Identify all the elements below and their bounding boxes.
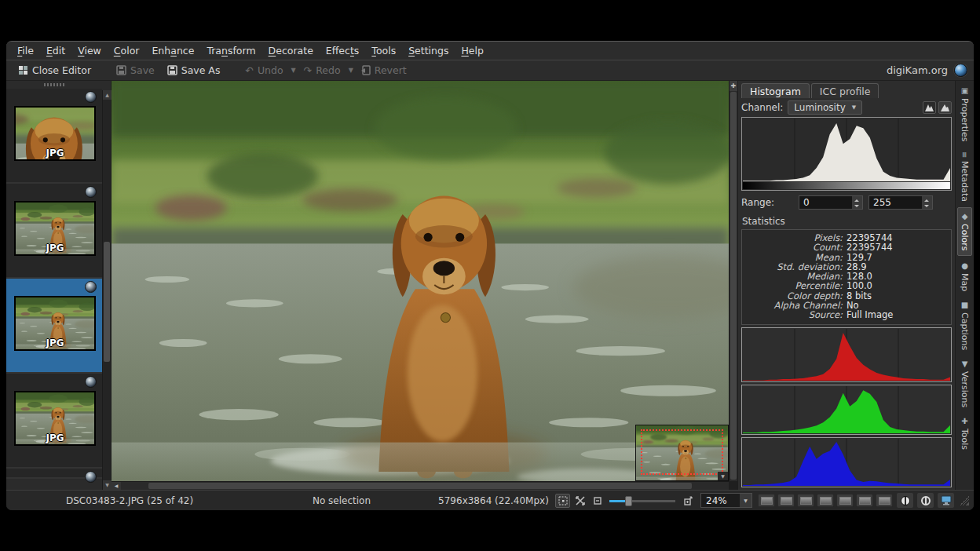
spinbox-arrows-icon[interactable]: [852, 196, 862, 209]
undo-history-arrow[interactable]: ▼: [291, 67, 297, 74]
redo-history-arrow[interactable]: ▼: [348, 67, 354, 74]
sidebar-scrollbar[interactable]: ▲ ▼: [102, 90, 111, 490]
green-channel-histogram: [741, 385, 952, 435]
thumbnail-item[interactable]: JPG: [6, 184, 102, 279]
zoom-in-icon[interactable]: [680, 494, 695, 508]
resize-grip[interactable]: [960, 496, 969, 505]
photo-view[interactable]: [112, 81, 729, 481]
zoom-slider[interactable]: [609, 494, 675, 508]
save-as-button[interactable]: Save As: [162, 63, 226, 78]
geolocation-icon: [85, 281, 97, 293]
revert-button[interactable]: Revert: [356, 63, 412, 78]
menu-edit[interactable]: Edit: [40, 43, 71, 58]
luminosity-histogram[interactable]: [741, 117, 952, 191]
preview-mode-button[interactable]: [856, 494, 873, 507]
preview-mode-button[interactable]: [797, 494, 814, 507]
preview-mode-button[interactable]: [758, 494, 775, 507]
underexposure-icon: [901, 496, 910, 505]
sidebar-tab-properties[interactable]: ▣Properties: [958, 82, 971, 146]
menu-decorate[interactable]: Decorate: [262, 43, 320, 58]
format-badge: JPG: [16, 243, 94, 254]
editor-canvas[interactable]: ✚ ◀ ▼: [112, 81, 737, 490]
overexposure-indicator-button[interactable]: [917, 493, 934, 508]
linear-scale-button[interactable]: [923, 101, 936, 114]
sidebar-tab-metadata[interactable]: ≡Metadata: [958, 148, 971, 206]
menu-color[interactable]: Color: [108, 43, 146, 58]
menu-settings[interactable]: Settings: [402, 43, 455, 58]
scroll-up-icon[interactable]: ▲: [103, 90, 112, 100]
tab-histogram[interactable]: Histogram: [741, 83, 810, 98]
chevron-down-icon[interactable]: ▼: [740, 494, 751, 507]
filename-status: DSC03483-2.JPG (25 of 42): [8, 495, 251, 506]
sidebar-scroll-thumb[interactable]: [104, 242, 110, 362]
colors-panel-tabs: Histogram ICC profile: [741, 81, 952, 98]
fit-selection-button[interactable]: [572, 494, 587, 508]
preview-mode-button[interactable]: [836, 494, 854, 507]
scroll-left-icon[interactable]: ◀: [112, 482, 121, 490]
geolocation-icon: [85, 91, 97, 103]
thumbnail-item[interactable]: JPG: [6, 374, 102, 469]
thumbnail-item[interactable]: JPG: [6, 89, 102, 184]
preview-thumb-icon: [859, 497, 871, 505]
preview-mode-buttons: [758, 494, 893, 507]
menu-enhance[interactable]: Enhance: [145, 43, 200, 58]
zoom-percent-value: 24%: [701, 495, 740, 506]
range-max-spinbox[interactable]: 255: [868, 195, 933, 210]
preview-thumb-icon: [879, 497, 890, 505]
fit-window-button[interactable]: [555, 494, 570, 508]
tab-icc-profile[interactable]: ICC profile: [811, 83, 879, 98]
spinbox-arrows-icon[interactable]: [922, 196, 932, 209]
thumbnail-image: JPG: [14, 296, 96, 351]
menu-transform[interactable]: Transform: [200, 43, 261, 58]
pan-tool-icon[interactable]: ✚: [730, 81, 737, 91]
menu-view[interactable]: View: [71, 43, 108, 58]
underexposure-indicator-button[interactable]: [897, 493, 913, 508]
image-dimensions-status: 5796x3864 (22.40Mpx): [432, 495, 555, 506]
map-icon: ●: [960, 261, 969, 270]
sidebar-tab-captions[interactable]: ■Captions: [958, 297, 971, 354]
sidebar-tab-tools[interactable]: ✚Tools: [958, 413, 971, 454]
canvas-horizontal-scrollbar[interactable]: ◀: [112, 481, 729, 490]
sidebar-tab-versions[interactable]: ▼Versions: [958, 356, 971, 411]
undo-button[interactable]: ↶ Undo: [240, 63, 288, 78]
menu-file[interactable]: File: [11, 43, 40, 58]
sidebar-grip-handle[interactable]: [6, 81, 102, 89]
pan-visible-region-rect[interactable]: [641, 429, 723, 475]
pan-overview-thumbnail[interactable]: ▼: [635, 425, 729, 481]
statistic-value: 100.0: [843, 281, 872, 290]
sidebar-tab-map[interactable]: ●Map: [958, 257, 971, 295]
redo-label: Redo: [316, 64, 340, 76]
log-scale-button[interactable]: [938, 101, 952, 114]
channel-select[interactable]: Luminosity ▼: [788, 100, 862, 115]
color-managed-view-button[interactable]: [938, 493, 954, 508]
sidebar-tab-label: Tools: [960, 429, 970, 450]
zoom-out-icon[interactable]: [590, 494, 605, 508]
canvas-vertical-scrollbar[interactable]: ✚: [729, 81, 737, 481]
save-button[interactable]: Save: [111, 63, 160, 78]
horizontal-scroll-thumb[interactable]: [148, 483, 692, 489]
preview-mode-button[interactable]: [777, 494, 795, 507]
pan-overview-toggle-icon[interactable]: ▼: [718, 472, 728, 480]
redo-button[interactable]: ↷ Redo: [298, 63, 346, 78]
vertical-scroll-thumb[interactable]: [730, 92, 737, 480]
digikam-brand-label: digiKam.org: [887, 64, 948, 76]
close-editor-button[interactable]: Close Editor: [13, 63, 97, 78]
preview-mode-button[interactable]: [817, 494, 834, 507]
thumbnail-item[interactable]: JPG: [6, 279, 102, 374]
menu-help[interactable]: Help: [455, 43, 490, 58]
statistics-box: Pixels:22395744Count:22395744Mean:129.7S…: [741, 229, 952, 325]
menu-effects[interactable]: Effects: [320, 43, 366, 58]
zoom-percent-combo[interactable]: 24% ▼: [700, 493, 752, 508]
preview-mode-button[interactable]: [876, 494, 893, 507]
blue-channel-histogram: [741, 437, 952, 487]
thumbnail-item[interactable]: [6, 469, 102, 479]
scroll-down-icon[interactable]: ▼: [103, 480, 112, 490]
geolocation-icon: [85, 376, 97, 388]
chevron-down-icon: ▼: [852, 104, 856, 111]
menu-bar: FileEditViewColorEnhanceTransformDecorat…: [6, 42, 974, 60]
range-min-spinbox[interactable]: 0: [799, 195, 863, 210]
sidebar-tab-colors[interactable]: ◆Colors: [957, 207, 972, 255]
menu-tools[interactable]: Tools: [365, 43, 402, 58]
close-editor-label: Close Editor: [32, 64, 91, 76]
zoom-slider-handle[interactable]: [625, 496, 632, 506]
